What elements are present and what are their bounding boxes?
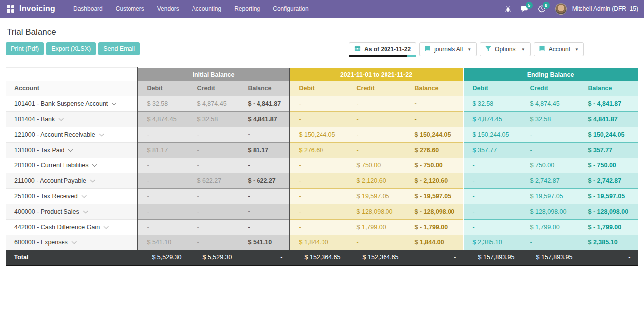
- ending-debit-cell: $ 357.77: [463, 143, 521, 158]
- initial-balance-cell: $ 4,841.87: [239, 112, 290, 127]
- ending-debit-cell: -: [463, 189, 521, 204]
- account-row: 121000 - Account Receivable---$ 150,244.…: [6, 127, 638, 143]
- period-balance-cell: -: [406, 112, 463, 127]
- ending-debit-header: Debit: [463, 81, 521, 96]
- ending-debit-cell: -: [463, 158, 521, 173]
- period-balance-cell: -: [406, 96, 463, 112]
- date-filter[interactable]: As of 2021-11-22: [349, 42, 416, 56]
- journals-filter[interactable]: journals All ▼: [419, 42, 477, 56]
- user-name[interactable]: Mitchell Admin (DFR_15): [572, 5, 638, 12]
- initial-debit-cell: -: [138, 204, 189, 220]
- total-row: Total $ 5,529.30 $ 5,529.30 - $ 152,364.…: [6, 250, 638, 265]
- options-filter[interactable]: Options: ▼: [480, 42, 531, 56]
- initial-credit-cell: -: [189, 143, 239, 158]
- chevron-down-icon: [59, 116, 64, 121]
- period-balance-cell: $ 1,844.00: [406, 235, 463, 250]
- account-name-cell[interactable]: 101401 - Bank Suspense Account: [6, 96, 138, 112]
- initial-credit-cell: $ 32.58: [189, 112, 239, 127]
- account-row: 211000 - Account Payable-$ 622.27$ - 622…: [6, 173, 638, 189]
- ending-debit-cell: $ 2,385.10: [463, 235, 521, 250]
- ending-debit-cell: $ 32.58: [463, 96, 521, 112]
- ending-debit-cell: $ 150,244.05: [463, 127, 521, 143]
- menu-item-vendors[interactable]: Vendors: [151, 0, 186, 18]
- initial-balance-cell: $ 541.10: [239, 235, 290, 250]
- ending-balance-cell: $ - 128,098.00: [580, 204, 638, 220]
- period-group-header: 2021-11-01 to 2021-11-22: [290, 68, 463, 81]
- account-name-cell[interactable]: 442000 - Cash Difference Gain: [6, 220, 138, 235]
- bug-icon[interactable]: [501, 0, 515, 18]
- account-name-cell[interactable]: 211000 - Account Payable: [6, 173, 138, 189]
- account-row: 131000 - Tax Paid$ 81.17-$ 81.17$ 276.60…: [6, 143, 638, 158]
- export-xlsx-button[interactable]: Export (XLSX): [46, 42, 96, 55]
- period-balance-header: Balance: [406, 81, 463, 96]
- send-email-button[interactable]: Send Email: [98, 42, 140, 55]
- period-credit-cell: -: [348, 143, 406, 158]
- initial-credit-cell: -: [189, 189, 239, 204]
- column-header-row: Account Debit Credit Balance Debit Credi…: [6, 81, 638, 96]
- chevron-down-icon: [90, 177, 95, 182]
- initial-credit-cell: -: [189, 158, 239, 173]
- ending-credit-cell: $ 32.58: [521, 112, 580, 127]
- activity-clock-icon[interactable]: 8: [534, 0, 549, 18]
- account-filter[interactable]: Account ▼: [534, 42, 584, 56]
- topbar-right: 5 8 Mitchell Admin (DFR_15): [501, 0, 644, 18]
- ending-balance-cell: $ - 1,799.00: [580, 220, 638, 235]
- messages-icon[interactable]: 5: [517, 0, 532, 18]
- account-name-cell[interactable]: 400000 - Product Sales: [6, 204, 138, 220]
- print-pdf-button[interactable]: Print (Pdf): [6, 42, 44, 55]
- menu-item-reporting[interactable]: Reporting: [228, 0, 266, 18]
- period-credit-cell: $ 128,098.00: [348, 204, 406, 220]
- period-credit-cell: $ 2,120.60: [348, 173, 406, 189]
- top-nav-bar: Invoicing Dashboard Customers Vendors Ac…: [0, 0, 644, 18]
- ending-credit-cell: $ 2,742.87: [521, 173, 580, 189]
- account-name-cell[interactable]: 101404 - Bank: [6, 112, 138, 127]
- period-debit-cell: -: [290, 112, 348, 127]
- page-title: Trial Balance: [7, 27, 637, 37]
- ending-credit-cell: $ 4,874.45: [521, 96, 580, 112]
- period-debit-cell: -: [290, 173, 348, 189]
- initial-debit-cell: -: [138, 173, 189, 189]
- account-row: 251000 - Tax Received----$ 19,597.05$ - …: [6, 189, 638, 204]
- ending-credit-cell: $ 19,597.05: [521, 189, 580, 204]
- ending-credit-header: Credit: [521, 81, 580, 96]
- user-avatar[interactable]: [555, 3, 567, 15]
- account-name-cell[interactable]: 251000 - Tax Received: [6, 189, 138, 204]
- initial-credit-cell: $ 622.27: [189, 173, 239, 189]
- total-initial-balance: -: [239, 250, 290, 265]
- ending-balance-cell: $ 2,385.10: [580, 235, 638, 250]
- journals-filter-label: journals All: [434, 46, 463, 53]
- initial-credit-header: Credit: [189, 81, 239, 96]
- account-name-cell[interactable]: 201000 - Current Liabilities: [6, 158, 138, 173]
- total-label: Total: [6, 250, 138, 265]
- period-credit-cell: -: [348, 96, 406, 112]
- account-name-cell[interactable]: 121000 - Account Receivable: [6, 127, 138, 143]
- period-debit-cell: -: [290, 158, 348, 173]
- period-credit-cell: -: [348, 127, 406, 143]
- menu-item-accounting[interactable]: Accounting: [186, 0, 228, 18]
- initial-balance-cell: -: [239, 220, 290, 235]
- chevron-down-icon: [68, 147, 73, 152]
- initial-debit-cell: -: [138, 158, 189, 173]
- account-name-cell[interactable]: 131000 - Tax Paid: [6, 143, 138, 158]
- trial-balance-table: Initial Balance 2021-11-01 to 2021-11-22…: [6, 67, 638, 266]
- period-debit-cell: -: [290, 189, 348, 204]
- period-debit-cell: $ 150,244.05: [290, 127, 348, 143]
- total-initial-debit: $ 5,529.30: [138, 250, 189, 265]
- apps-grid-icon[interactable]: [7, 5, 14, 13]
- account-name-cell[interactable]: 600000 - Expenses: [6, 235, 138, 250]
- initial-balance-cell: -: [239, 189, 290, 204]
- menu-item-dashboard[interactable]: Dashboard: [67, 0, 109, 18]
- action-row: Print (Pdf) Export (XLSX) Send Email As …: [6, 42, 637, 56]
- period-credit-cell: -: [348, 235, 406, 250]
- ending-balance-header: Balance: [580, 81, 638, 96]
- ending-credit-cell: -: [521, 235, 580, 250]
- initial-debit-cell: $ 32.58: [138, 96, 189, 112]
- menu-item-customers[interactable]: Customers: [109, 0, 151, 18]
- activities-badge: 8: [543, 2, 550, 9]
- menu-item-configuration[interactable]: Configuration: [266, 0, 315, 18]
- initial-debit-cell: -: [138, 220, 189, 235]
- account-row: 600000 - Expenses$ 541.10-$ 541.10$ 1,84…: [6, 235, 638, 250]
- chevron-down-icon: [83, 208, 88, 213]
- period-balance-cell: $ - 2,120.60: [406, 173, 463, 189]
- app-title[interactable]: Invoicing: [19, 4, 55, 13]
